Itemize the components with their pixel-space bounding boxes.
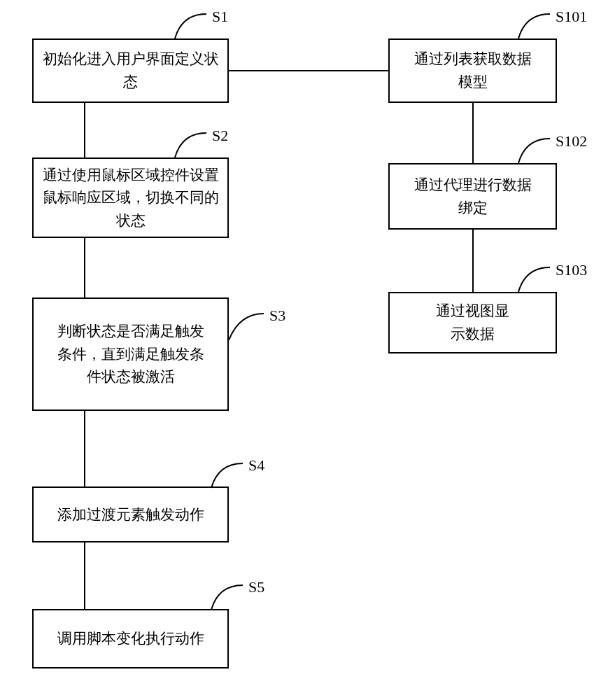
box-s3: 判断状态是否满足触发条件，直到满足触发条件状态被激活 — [32, 298, 229, 411]
box-s102-text: 通过代理进行数据绑定 — [410, 174, 536, 219]
box-s5: 调用脚本变化执行动作 — [32, 609, 229, 668]
box-s2-text: 通过使用鼠标区域控件设置鼠标响应区域，切换不同的状态 — [41, 164, 220, 232]
curve-s2 — [168, 131, 210, 159]
label-s102: S102 — [556, 132, 587, 150]
box-s1: 初始化进入用户界面定义状态 — [32, 38, 229, 103]
curve-s103 — [511, 265, 553, 293]
box-s5-text: 调用脚本变化执行动作 — [57, 627, 204, 650]
box-s4-text: 添加过渡元素触发动作 — [57, 503, 204, 526]
box-s103-text: 通过视图显示数据 — [431, 300, 515, 345]
label-s101: S101 — [556, 8, 587, 26]
curve-s102 — [511, 136, 553, 164]
label-s103: S103 — [556, 261, 587, 279]
box-s101-text: 通过列表获取数据模型 — [410, 48, 536, 93]
curve-s101 — [511, 12, 553, 40]
diagram-canvas: 初始化进入用户界面定义状态 通过使用鼠标区域控件设置鼠标响应区域，切换不同的状态… — [0, 0, 601, 700]
label-s1: S1 — [212, 8, 228, 26]
box-s2: 通过使用鼠标区域控件设置鼠标响应区域，切换不同的状态 — [32, 158, 229, 238]
connector-s4-s5 — [84, 542, 85, 609]
box-s101: 通过列表获取数据模型 — [388, 38, 557, 103]
label-s4: S4 — [248, 456, 264, 475]
box-s1-text: 初始化进入用户界面定义状态 — [41, 48, 220, 93]
connector-s101-s102 — [472, 103, 474, 163]
box-s103: 通过视图显示数据 — [388, 292, 557, 354]
curve-s1 — [168, 12, 210, 40]
curve-s3 — [229, 310, 267, 342]
box-s102: 通过代理进行数据绑定 — [388, 163, 557, 230]
box-s3-text: 判断状态是否满足触发条件，直到满足触发条件状态被激活 — [57, 320, 204, 388]
connector-s2-s3 — [84, 238, 85, 298]
label-s3: S3 — [269, 307, 285, 325]
curve-s5 — [208, 583, 246, 611]
connector-s102-s103 — [472, 230, 474, 292]
label-s5: S5 — [248, 578, 264, 596]
label-s2: S2 — [212, 127, 228, 145]
connector-s1-s2 — [84, 103, 85, 158]
curve-s4 — [208, 461, 246, 489]
connector-s3-s4 — [84, 411, 85, 486]
box-s4: 添加过渡元素触发动作 — [32, 486, 229, 542]
connector-s1-s101 — [229, 70, 388, 71]
